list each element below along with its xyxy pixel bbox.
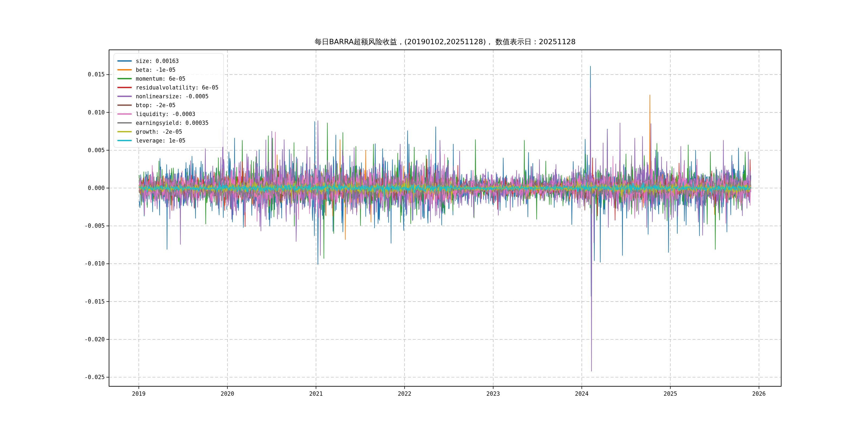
y-tick-label: 0.010 xyxy=(88,109,105,116)
legend-line-swatch xyxy=(117,122,132,124)
y-tick-label: 0.005 xyxy=(88,147,105,154)
x-tick-label: 2025 xyxy=(663,391,677,397)
x-tick-label: 2021 xyxy=(309,391,323,397)
legend-line-swatch xyxy=(117,87,132,88)
legend-line-swatch xyxy=(117,60,132,62)
legend-label: btop: -2e-05 xyxy=(136,102,176,108)
figure: 每日BARRA超额风险收益，(20190102,20251128)， 数值表示日… xyxy=(0,0,868,434)
x-tick-label: 2024 xyxy=(575,391,589,397)
y-tick-label: -0.005 xyxy=(84,223,105,229)
legend-label: leverage: 1e-05 xyxy=(136,137,185,144)
legend-entry: beta: -1e-05 xyxy=(117,65,219,74)
x-tick-label: 2020 xyxy=(221,391,235,397)
legend-label: size: 0.00163 xyxy=(136,58,179,64)
legend-entry: growth: -2e-05 xyxy=(117,127,219,136)
y-tick-label: -0.010 xyxy=(84,260,105,267)
legend-line-swatch xyxy=(117,104,132,106)
legend-entry: size: 0.00163 xyxy=(117,57,219,65)
legend-entry: btop: -2e-05 xyxy=(117,101,219,110)
legend-line-swatch xyxy=(117,113,132,115)
legend-entry: nonlinearsize: -0.0005 xyxy=(117,92,219,101)
x-tick-label: 2022 xyxy=(398,391,411,397)
legend-entry: earningsyield: 0.00035 xyxy=(117,118,219,127)
legend-label: nonlinearsize: -0.0005 xyxy=(136,93,209,100)
legend-line-swatch xyxy=(117,69,132,70)
y-tick-label: 0.000 xyxy=(88,185,105,191)
legend-entry: residualvolatility: 6e-05 xyxy=(117,83,219,92)
legend-label: growth: -2e-05 xyxy=(136,129,182,135)
legend: size: 0.00163beta: -1e-05momentum: 6e-05… xyxy=(114,53,224,148)
y-tick-label: -0.015 xyxy=(84,299,105,305)
y-tick-label: -0.020 xyxy=(84,336,105,343)
legend-entry: liquidity: -0.0003 xyxy=(117,110,219,118)
legend-label: residualvolatility: 6e-05 xyxy=(136,84,219,91)
legend-entry: momentum: 6e-05 xyxy=(117,74,219,83)
legend-label: momentum: 6e-05 xyxy=(136,75,185,82)
legend-entry: leverage: 1e-05 xyxy=(117,136,219,145)
legend-label: beta: -1e-05 xyxy=(136,67,176,73)
legend-label: earningsyield: 0.00035 xyxy=(136,120,209,126)
y-tick-label: -0.025 xyxy=(84,374,105,380)
legend-line-swatch xyxy=(117,96,132,97)
x-tick-label: 2023 xyxy=(487,391,500,397)
chart-title: 每日BARRA超额风险收益，(20190102,20251128)， 数值表示日… xyxy=(109,37,781,46)
y-tick-label: 0.015 xyxy=(88,71,105,78)
legend-label: liquidity: -0.0003 xyxy=(136,111,195,117)
legend-line-swatch xyxy=(117,131,132,132)
legend-line-swatch xyxy=(117,140,132,141)
legend-line-swatch xyxy=(117,78,132,79)
x-tick-label: 2026 xyxy=(752,391,766,397)
x-tick-label: 2019 xyxy=(132,391,146,397)
